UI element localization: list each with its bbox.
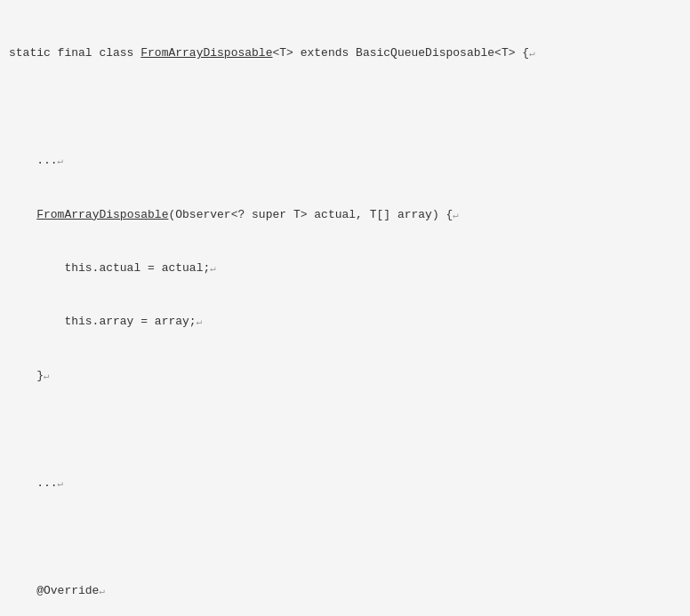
code-line-8: @Override↵ — [9, 582, 690, 600]
code-line-2: ...↵ — [9, 152, 690, 170]
code-line-1: static final class FromArrayDisposable<T… — [9, 44, 690, 62]
code-line-blank1 — [9, 99, 690, 116]
code-line-blank3 — [9, 528, 690, 546]
code-block: static final class FromArrayDisposable<T… — [9, 9, 690, 616]
code-line-7: ...↵ — [9, 475, 690, 492]
code-line-6: }↵ — [9, 367, 690, 385]
code-line-3: FromArrayDisposable(Observer<? super T> … — [9, 206, 690, 224]
code-line-4: this.actual = actual;↵ — [9, 260, 690, 277]
code-line-5: this.array = array;↵ — [9, 313, 690, 331]
code-line-blank2 — [9, 420, 690, 438]
code-container: static final class FromArrayDisposable<T… — [0, 0, 690, 616]
